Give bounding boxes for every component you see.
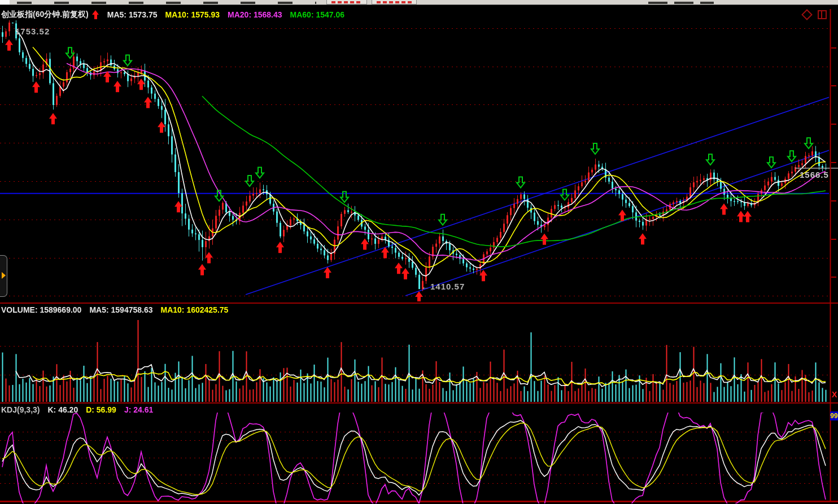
last-price-label: 1566.5 bbox=[800, 170, 829, 179]
diamond-icon[interactable] bbox=[801, 9, 813, 20]
trading-app-window: 创业板指(60分钟.前复权) MA5: 1573.75 MA10: 1575.9… bbox=[0, 0, 838, 504]
buy-signal-icon bbox=[92, 10, 99, 19]
split-pane-icon[interactable] bbox=[818, 10, 827, 19]
chart-header-row: 创业板指(60分钟.前复权) MA5: 1573.75 MA10: 1575.9… bbox=[1, 10, 352, 20]
menu-items-clipped[interactable] bbox=[17, 2, 316, 4]
menu-items-clipped-right[interactable] bbox=[648, 2, 714, 4]
volume-axis-label: X bbox=[832, 390, 837, 399]
kdj-j-readout: J: 24.61 bbox=[124, 405, 153, 414]
ma5-readout: MA5: 1573.75 bbox=[107, 10, 158, 19]
kdj-header-row: KDJ(9,3,3) K: 46.20 D: 56.99 J: 24.61 bbox=[1, 405, 161, 414]
chart-title: 创业板指(60分钟.前复权) bbox=[1, 10, 89, 20]
high-price-label: 1753.52 bbox=[15, 27, 50, 36]
volume-ma10-readout: MA10: 1602425.75 bbox=[160, 305, 228, 314]
low-price-label: ←1410.57 bbox=[421, 282, 465, 291]
volume-readout: VOLUME: 1589669.00 bbox=[1, 305, 81, 314]
chart-corner-controls bbox=[803, 10, 827, 19]
kdj-d-readout: D: 56.99 bbox=[86, 405, 116, 414]
toolbar-button-red-2[interactable] bbox=[372, 0, 417, 5]
menu-bar-clipped[interactable] bbox=[0, 0, 838, 5]
toolbar-button-red-1[interactable] bbox=[326, 0, 367, 5]
ma10-readout: MA10: 1575.93 bbox=[165, 10, 220, 19]
sidebar-expand-handle[interactable] bbox=[0, 255, 7, 297]
volume-ma5-readout: MA5: 1594758.63 bbox=[89, 305, 152, 314]
kdj-scale-badge: 99 bbox=[830, 411, 838, 420]
ma60-readout: MA60: 1547.06 bbox=[290, 10, 345, 19]
chart-canvas[interactable] bbox=[0, 0, 838, 504]
app-icon bbox=[0, 0, 10, 5]
kdj-title: KDJ(9,3,3) bbox=[1, 405, 40, 414]
volume-header-row: VOLUME: 1589669.00 MA5: 1594758.63 MA10:… bbox=[1, 305, 236, 314]
ma20-readout: MA20: 1568.43 bbox=[228, 10, 282, 19]
expand-arrow-icon bbox=[2, 272, 6, 279]
kdj-k-readout: K: 46.20 bbox=[47, 405, 78, 414]
